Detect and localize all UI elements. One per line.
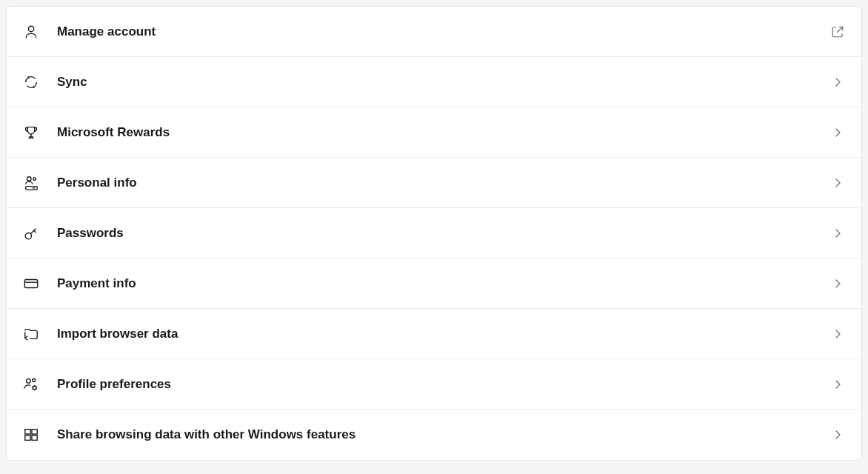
svg-point-9 [27, 378, 31, 383]
settings-item-label: Passwords [57, 226, 830, 241]
windows-icon [23, 427, 39, 443]
settings-item-label: Manage account [57, 24, 830, 39]
settings-list: Manage account Sync Microsoft Rewards Pe… [6, 6, 862, 461]
chevron-right-icon [830, 327, 845, 341]
svg-rect-13 [32, 430, 37, 434]
import-icon [23, 326, 39, 342]
svg-point-2 [33, 177, 36, 180]
sync-icon [23, 74, 39, 90]
settings-item-label: Microsoft Rewards [57, 125, 830, 140]
chevron-right-icon [830, 75, 845, 90]
settings-item-personal-info[interactable]: Personal info [7, 158, 861, 208]
chevron-right-icon [830, 427, 845, 442]
svg-rect-3 [26, 186, 38, 190]
external-link-icon [830, 24, 845, 39]
settings-item-label: Profile preferences [57, 377, 830, 392]
key-icon [23, 225, 39, 241]
svg-rect-14 [25, 435, 30, 440]
svg-point-11 [33, 386, 36, 390]
svg-point-1 [27, 176, 32, 181]
settings-item-label: Payment info [57, 276, 830, 291]
svg-point-0 [28, 26, 33, 31]
settings-item-label: Import browser data [57, 327, 830, 341]
svg-rect-12 [25, 430, 30, 434]
settings-item-passwords[interactable]: Passwords [7, 208, 861, 258]
settings-item-manage-account[interactable]: Manage account [7, 7, 861, 57]
chevron-right-icon [830, 377, 845, 392]
settings-item-label: Share browsing data with other Windows f… [57, 427, 830, 442]
settings-item-payment-info[interactable]: Payment info [7, 258, 861, 309]
credit-card-icon [23, 276, 39, 292]
settings-item-label: Personal info [57, 176, 830, 190]
chevron-right-icon [830, 276, 845, 291]
trophy-icon [23, 124, 39, 141]
settings-item-share-browsing-data[interactable]: Share browsing data with other Windows f… [7, 410, 861, 460]
settings-item-label: Sync [57, 75, 830, 90]
settings-item-import-browser-data[interactable]: Import browser data [7, 309, 861, 359]
chevron-right-icon [830, 176, 845, 190]
chevron-right-icon [830, 125, 845, 140]
person-icon [23, 24, 39, 40]
settings-item-profile-preferences[interactable]: Profile preferences [7, 359, 861, 410]
svg-rect-15 [32, 435, 37, 440]
person-card-icon [23, 175, 39, 191]
svg-rect-6 [24, 279, 37, 287]
settings-item-microsoft-rewards[interactable]: Microsoft Rewards [7, 107, 861, 158]
settings-item-sync[interactable]: Sync [7, 57, 861, 107]
svg-point-10 [33, 378, 36, 381]
chevron-right-icon [830, 226, 845, 241]
people-settings-icon [23, 376, 39, 393]
